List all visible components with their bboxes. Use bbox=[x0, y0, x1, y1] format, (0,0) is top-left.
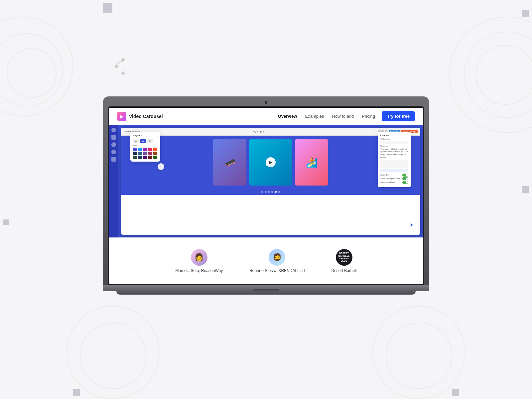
screen-content: ▶ Video Carousel Overview Examples How t… bbox=[109, 108, 423, 284]
app-title: Video Carousel bbox=[129, 114, 163, 119]
color-swatch[interactable] bbox=[148, 156, 152, 159]
bg-square bbox=[522, 10, 529, 17]
play-button[interactable]: ▶ bbox=[266, 157, 276, 167]
app-icon: ▶ bbox=[117, 112, 126, 121]
avatar-desert-barbell: DESERTBARBELLSPORTS CLUB bbox=[336, 249, 352, 266]
nav-pricing[interactable]: Pricing bbox=[362, 114, 375, 119]
preview-window: Video Carousel My App ✓ Preview bbox=[118, 125, 423, 237]
editor-sidebar bbox=[109, 125, 118, 237]
dot-1[interactable] bbox=[261, 191, 263, 193]
preview-white-area bbox=[121, 195, 420, 215]
item2-input[interactable] bbox=[380, 164, 408, 168]
color-swatch[interactable] bbox=[133, 152, 137, 155]
testimonial-1: 👩 Marcela Soto, ReasonWhy bbox=[175, 249, 223, 273]
show-desc-toggle[interactable] bbox=[402, 177, 408, 180]
layers-panel: Layouts ⊞ ▦ ≡ Skin bbox=[130, 132, 160, 162]
nav-how-to-add[interactable]: How to add bbox=[332, 114, 354, 119]
content-panel-title: Content bbox=[380, 134, 408, 137]
avatar-marcela: 👩 bbox=[191, 249, 207, 266]
color-swatch[interactable] bbox=[138, 152, 142, 155]
editor-area: Video Carousel My App ✓ Preview bbox=[109, 125, 423, 237]
carousel-image-center: 🌊 ▶ bbox=[249, 139, 292, 186]
bg-square bbox=[522, 186, 529, 193]
layout-list-btn[interactable]: ≡ bbox=[147, 139, 153, 143]
sidebar-icon-grid bbox=[111, 135, 116, 140]
reviews-description: The widget title is the text that appear… bbox=[380, 148, 408, 159]
color-swatch[interactable] bbox=[153, 152, 157, 155]
color-swatch[interactable] bbox=[133, 156, 137, 159]
dot-4[interactable] bbox=[271, 191, 273, 193]
reviews-label: Reviews bbox=[380, 145, 408, 147]
toggle-show-desc: Show description Title bbox=[380, 177, 408, 180]
hinge-notch bbox=[253, 289, 279, 291]
dot-6[interactable] bbox=[278, 191, 280, 193]
widget-title-input[interactable] bbox=[380, 141, 408, 144]
laptop-mockup: ▶ Video Carousel Overview Examples How t… bbox=[103, 96, 429, 295]
item1-input[interactable] bbox=[380, 160, 408, 164]
avatar-image: DESERTBARBELLSPORTS CLUB bbox=[336, 249, 352, 266]
avatar-image: 👩 bbox=[191, 249, 207, 266]
color-swatch[interactable] bbox=[143, 152, 147, 155]
bg-square bbox=[452, 389, 459, 396]
carousel-image-right: 🏄 bbox=[295, 139, 328, 186]
carousel-area: 🛹 🌊 ▶ bbox=[121, 136, 420, 189]
show-body-toggle[interactable] bbox=[402, 181, 408, 184]
nav-examples[interactable]: Examples bbox=[305, 114, 324, 119]
color-swatch[interactable] bbox=[153, 148, 157, 151]
testimonial-name-2: Roberto Sterza, KRENDALL srl bbox=[249, 268, 305, 273]
sidebar-icon-home bbox=[111, 128, 116, 132]
avatar-image: 🧔 bbox=[269, 249, 285, 266]
dot-2[interactable] bbox=[265, 191, 267, 193]
bg-circle bbox=[80, 323, 146, 389]
sidebar-icon-pen bbox=[111, 142, 116, 147]
screen-main: Video Carousel My App ✓ Preview bbox=[109, 125, 423, 284]
app-name-label: My App ✓ bbox=[141, 130, 377, 133]
toggle-show-body: Show Item Body bbox=[380, 181, 408, 184]
add-item-btn[interactable] bbox=[380, 169, 408, 172]
laptop-bottom bbox=[103, 285, 429, 291]
bg-circle bbox=[7, 48, 57, 98]
nav-links: Overview Examples How to add Pricing bbox=[278, 114, 375, 119]
layout-tile-btn[interactable]: ▦ bbox=[140, 139, 146, 143]
skin-label: Skin bbox=[133, 145, 158, 147]
dot-5[interactable] bbox=[275, 191, 277, 193]
git-branch-icon bbox=[113, 57, 126, 78]
color-swatch[interactable] bbox=[143, 156, 147, 159]
logo-area: ▶ Video Carousel bbox=[117, 112, 163, 121]
widget-title-label: Widget title bbox=[380, 138, 408, 140]
bg-circle bbox=[386, 323, 452, 389]
color-swatch[interactable] bbox=[143, 148, 147, 151]
sidebar-icon-bars bbox=[111, 157, 116, 162]
app-navbar: ▶ Video Carousel Overview Examples How t… bbox=[109, 108, 423, 125]
layout-grid-btn[interactable]: ⊞ bbox=[133, 139, 139, 143]
screen-bezel: ▶ Video Carousel Overview Examples How t… bbox=[108, 106, 424, 285]
bg-square bbox=[73, 389, 80, 396]
layers-panel-title: Layouts bbox=[133, 134, 158, 137]
toggle-show-title: Show Title bbox=[380, 174, 408, 177]
carousel-prev-btn[interactable]: ‹ bbox=[158, 163, 164, 170]
layout-icons: ⊞ ▦ ≡ bbox=[133, 139, 158, 143]
nav-overview[interactable]: Overview bbox=[278, 114, 297, 119]
color-swatch[interactable] bbox=[133, 148, 137, 151]
testimonials-section: 👩 Marcela Soto, ReasonWhy 🧔 Roberto Ster… bbox=[109, 237, 423, 284]
color-swatch[interactable] bbox=[153, 156, 157, 159]
sidebar-icon-circle bbox=[111, 150, 116, 154]
dot-3[interactable] bbox=[268, 191, 270, 193]
testimonial-2: 🧔 Roberto Sterza, KRENDALL srl bbox=[249, 249, 305, 273]
laptop-screen: ▶ Video Carousel Overview Examples How t… bbox=[103, 96, 429, 285]
color-swatch[interactable] bbox=[138, 148, 142, 151]
bg-square bbox=[103, 3, 112, 13]
color-swatch[interactable] bbox=[138, 156, 142, 159]
testimonial-3: DESERTBARBELLSPORTS CLUB Desert Barbell bbox=[332, 249, 357, 273]
bg-square bbox=[3, 219, 9, 225]
color-swatch[interactable] bbox=[148, 148, 152, 151]
skin-colors bbox=[133, 148, 158, 159]
try-free-button[interactable]: Try for free bbox=[382, 111, 415, 121]
testimonial-name-1: Marcela Soto, ReasonWhy bbox=[175, 268, 223, 273]
show-title-toggle[interactable] bbox=[402, 174, 408, 177]
preview-inner: Video Carousel My App ✓ Preview bbox=[121, 128, 420, 235]
color-swatch[interactable] bbox=[148, 152, 152, 155]
bg-circle bbox=[475, 45, 532, 105]
camera bbox=[265, 101, 267, 104]
laptop-foot bbox=[116, 291, 416, 295]
